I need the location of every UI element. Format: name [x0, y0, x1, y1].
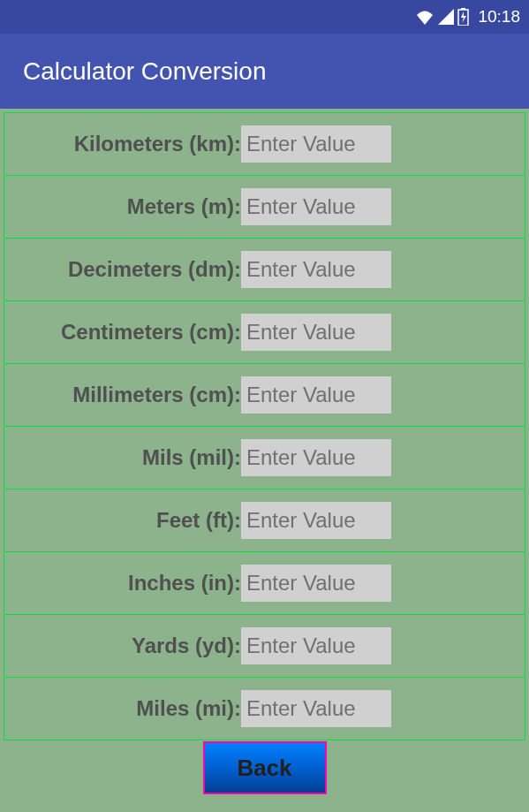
- back-button[interactable]: Back: [203, 741, 327, 794]
- input-yards[interactable]: [241, 627, 391, 664]
- input-centimeters[interactable]: [241, 314, 391, 351]
- app-title: Calculator Conversion: [23, 57, 266, 86]
- row-decimeters: Decimeters (dm):: [4, 238, 525, 301]
- wifi-icon: [415, 9, 435, 25]
- label-kilometers: Kilometers (km):: [4, 132, 241, 156]
- label-centimeters: Centimeters (cm):: [4, 320, 241, 345]
- row-meters: Meters (m):: [4, 175, 525, 239]
- status-bar: 10:18: [0, 0, 529, 34]
- label-feet: Feet (ft):: [4, 508, 241, 533]
- row-inches: Inches (in):: [4, 551, 525, 615]
- input-mils[interactable]: [241, 439, 391, 476]
- row-feet: Feet (ft):: [4, 489, 525, 552]
- input-millimeters[interactable]: [241, 376, 391, 414]
- input-meters[interactable]: [241, 188, 391, 225]
- label-decimeters: Decimeters (dm):: [4, 257, 241, 282]
- status-time: 10:18: [478, 7, 520, 27]
- app-bar: Calculator Conversion: [0, 34, 529, 109]
- row-mils: Mils (mil):: [4, 426, 525, 489]
- row-miles: Miles (mi):: [4, 677, 525, 740]
- label-inches: Inches (in):: [4, 571, 241, 596]
- label-meters: Meters (m):: [4, 194, 241, 219]
- battery-charging-icon: [457, 8, 469, 26]
- label-millimeters: Millimeters (cm):: [4, 383, 241, 407]
- label-miles: Miles (mi):: [4, 696, 241, 721]
- label-mils: Mils (mil):: [4, 445, 241, 470]
- input-inches[interactable]: [241, 565, 391, 602]
- cell-signal-icon: [438, 9, 454, 25]
- label-yards: Yards (yd):: [4, 634, 241, 658]
- input-kilometers[interactable]: [241, 125, 391, 163]
- input-feet[interactable]: [241, 502, 391, 539]
- row-centimeters: Centimeters (cm):: [4, 300, 525, 364]
- input-miles[interactable]: [241, 690, 391, 727]
- row-millimeters: Millimeters (cm):: [4, 363, 525, 427]
- status-icons: 10:18: [415, 7, 520, 27]
- input-decimeters[interactable]: [241, 251, 391, 288]
- row-yards: Yards (yd):: [4, 614, 525, 678]
- svg-rect-1: [461, 8, 465, 10]
- row-kilometers: Kilometers (km):: [4, 112, 525, 176]
- content-area: Kilometers (km): Meters (m): Decimeters …: [0, 109, 529, 794]
